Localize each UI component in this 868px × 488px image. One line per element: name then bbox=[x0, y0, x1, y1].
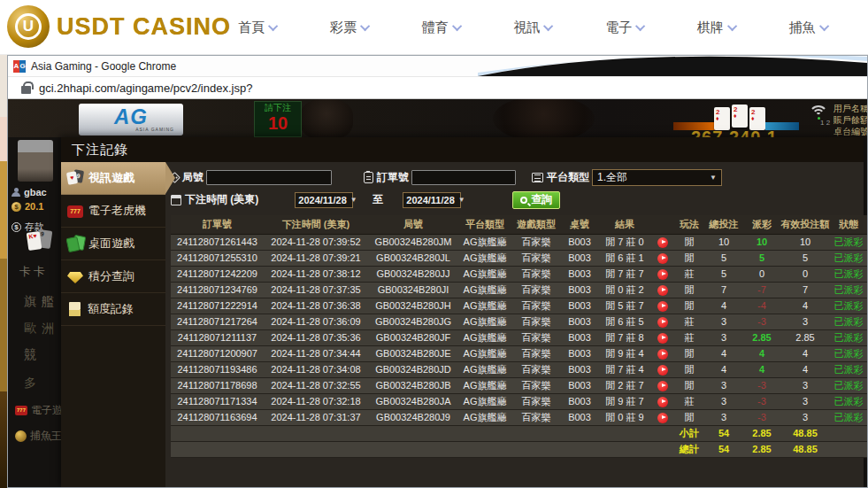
bet-table-body: 2411280712614432024-11-28 07:39:52GB0032… bbox=[171, 234, 867, 457]
modal-title: 下注記錄 bbox=[61, 137, 864, 162]
site-logo[interactable]: U USDT CASINO bbox=[7, 5, 231, 48]
replay-play-button[interactable] bbox=[657, 413, 668, 423]
nav-item-1[interactable]: 首頁 bbox=[238, 19, 278, 36]
cell-order: 241128071242209 bbox=[171, 266, 264, 282]
order-number-label: 訂單號 bbox=[377, 170, 409, 185]
search-button[interactable]: 查詢 bbox=[512, 191, 560, 209]
cell-time: 2024-11-28 07:38:12 bbox=[264, 266, 368, 282]
sidebar-item-slot-machine[interactable]: 777電子老虎機 bbox=[61, 195, 165, 228]
nav-item-6[interactable]: 棋牌 bbox=[697, 19, 737, 36]
url-text: gci.2hhapi.com/agingame/pcv2/index.jsp? bbox=[39, 81, 252, 95]
cell-empty bbox=[368, 441, 458, 457]
cell-payout: -3 bbox=[743, 314, 780, 329]
replay-play-button[interactable] bbox=[657, 349, 668, 360]
replay-play-button[interactable] bbox=[657, 365, 668, 376]
replay-play-button[interactable] bbox=[657, 253, 668, 264]
sidebar-item-quota-records[interactable]: 額度記錄 bbox=[61, 293, 165, 326]
cell-payout: -3 bbox=[743, 393, 780, 409]
nav-item-2[interactable]: 彩票 bbox=[330, 19, 370, 36]
cell-game: 百家樂 bbox=[511, 409, 561, 425]
quota-records-icon bbox=[69, 302, 81, 316]
cell-time: 2024-11-28 07:39:21 bbox=[264, 250, 368, 266]
date-from-select[interactable]: 2024/11/28 ▼ bbox=[295, 192, 353, 208]
cell-replay bbox=[651, 393, 674, 409]
cell-game: 百家樂 bbox=[511, 266, 561, 282]
platform-type-label: 平台類型 bbox=[547, 170, 589, 185]
round-number-label: 局號 bbox=[182, 170, 204, 185]
table-row: 2411280711786982024-11-28 07:32:55GB0032… bbox=[171, 377, 867, 393]
cell-table: B003 bbox=[561, 361, 598, 377]
username-text: gbac bbox=[24, 187, 47, 198]
cell-replay bbox=[651, 409, 674, 425]
round-number-input[interactable] bbox=[206, 170, 332, 185]
countdown-value: 10 bbox=[255, 113, 301, 133]
bet-prompt: 請下注 bbox=[255, 102, 301, 113]
cell-platform: AG旗艦廳 bbox=[458, 345, 511, 361]
site-background-sliver bbox=[0, 55, 7, 488]
cell-order: 241128071200907 bbox=[171, 345, 264, 361]
cell-replay bbox=[651, 361, 674, 377]
cell-table: B003 bbox=[561, 314, 598, 329]
grand-total-label: 總計 bbox=[674, 441, 704, 457]
cell-play-type: 閒 bbox=[674, 345, 704, 361]
replay-play-button[interactable] bbox=[657, 333, 668, 344]
user-avatar bbox=[18, 140, 53, 182]
cell-payout: 4 bbox=[743, 361, 780, 377]
replay-play-button[interactable] bbox=[657, 381, 668, 391]
cell-replay bbox=[651, 298, 674, 314]
sidebar-item-table-games[interactable]: 桌面遊戲 bbox=[61, 228, 165, 260]
card-suit: ♦ bbox=[734, 113, 748, 118]
ag-logo: AG ASIA GAMING bbox=[79, 104, 183, 136]
cell-play-type: 莊 bbox=[674, 314, 704, 329]
replay-play-button[interactable] bbox=[657, 285, 668, 296]
nav-item-5[interactable]: 電子 bbox=[605, 19, 645, 36]
cell-round: GB00324B280JH bbox=[368, 298, 458, 314]
cell-result: 閒 7 莊 8 bbox=[598, 329, 651, 345]
nav-item-7[interactable]: 捕魚 bbox=[789, 19, 829, 36]
replay-play-button[interactable] bbox=[657, 397, 668, 407]
platform-type-select[interactable]: 1.全部 ▼ bbox=[592, 169, 722, 186]
chevron-down-icon: ▼ bbox=[458, 196, 465, 204]
lock-icon[interactable] bbox=[21, 86, 31, 94]
cell-round: GB00324B280JB bbox=[368, 377, 458, 393]
cell-replay bbox=[651, 329, 674, 345]
cell-empty bbox=[171, 441, 264, 457]
sidebar-item-video-games[interactable]: 視訊遊戲 bbox=[61, 162, 165, 195]
cell-valid-bet: 2.85 bbox=[780, 329, 830, 345]
replay-play-button[interactable] bbox=[657, 301, 668, 312]
cell-status: 已派彩 bbox=[830, 345, 867, 361]
url-bar[interactable]: gci.2hhapi.com/agingame/pcv2/index.jsp? bbox=[8, 76, 867, 99]
table-row: 2411280712614432024-11-28 07:39:52GB0032… bbox=[171, 234, 867, 250]
table-row: 2411280712553102024-11-28 07:39:21GB0032… bbox=[171, 250, 867, 266]
bet-countdown-panel: 請下注 10 bbox=[254, 101, 302, 137]
cell-total-bet: 5 bbox=[704, 250, 743, 266]
cell-game: 百家樂 bbox=[511, 314, 561, 329]
replay-play-button[interactable] bbox=[657, 317, 668, 328]
lobby-text: 卡卡 bbox=[19, 264, 48, 280]
cell-replay bbox=[651, 234, 674, 250]
replay-play-button[interactable] bbox=[657, 237, 668, 248]
decor-swoosh bbox=[478, 56, 867, 76]
cell-platform: AG旗艦廳 bbox=[458, 377, 511, 393]
cell-table: B003 bbox=[561, 234, 598, 250]
nav-item-4[interactable]: 視訊 bbox=[513, 19, 553, 36]
cell-result: 閒 2 莊 7 bbox=[598, 377, 651, 393]
cell-play-type: 閒 bbox=[674, 282, 704, 298]
lobby-tab-bid: 競 bbox=[24, 347, 42, 363]
window-titlebar[interactable]: AG Asia Gaming - Google Chrome bbox=[8, 56, 867, 76]
card-suit: ♦ bbox=[716, 116, 730, 120]
calendar-icon bbox=[171, 195, 181, 205]
order-number-input[interactable] bbox=[411, 170, 516, 185]
replay-play-button[interactable] bbox=[657, 269, 668, 280]
date-to-select[interactable]: 2024/11/28 ▼ bbox=[403, 192, 461, 208]
nav-item-3[interactable]: 體育 bbox=[422, 19, 462, 36]
sidebar-item-points-query[interactable]: 積分查詢 bbox=[61, 260, 165, 293]
cell-status: 已派彩 bbox=[830, 250, 867, 266]
column-header: 派彩 bbox=[743, 215, 780, 234]
nav-item-label: 捕魚 bbox=[789, 19, 816, 36]
cell-payout: 4 bbox=[743, 345, 780, 361]
bet-time-label: 下注時間 (美東) bbox=[185, 192, 258, 207]
bet-table-wrap: 訂單號下注時間 (美東)局號平台類型遊戲類型桌號結果玩法總投注派彩有效投注額狀態… bbox=[171, 215, 864, 487]
cell-order: 241128071171334 bbox=[171, 393, 264, 409]
cell-empty bbox=[830, 441, 867, 457]
